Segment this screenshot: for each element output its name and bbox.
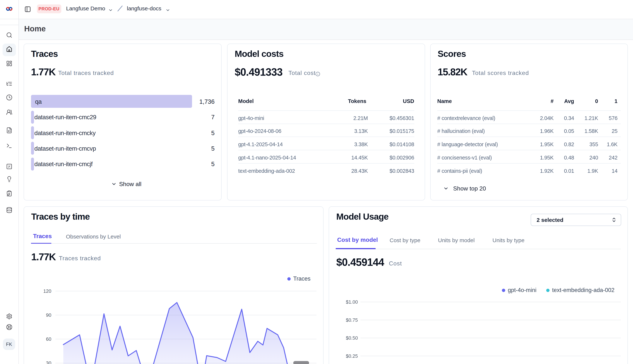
- svg-text:60: 60: [46, 336, 51, 342]
- svg-text:$0.50: $0.50: [346, 335, 358, 341]
- svg-text:120: 120: [44, 288, 51, 294]
- svg-text:$0.25: $0.25: [346, 353, 358, 359]
- svg-text:$1.00: $1.00: [346, 299, 358, 305]
- svg-text:90: 90: [46, 312, 51, 318]
- svg-text:$0.75: $0.75: [346, 317, 358, 323]
- svg-text:30: 30: [46, 360, 51, 364]
